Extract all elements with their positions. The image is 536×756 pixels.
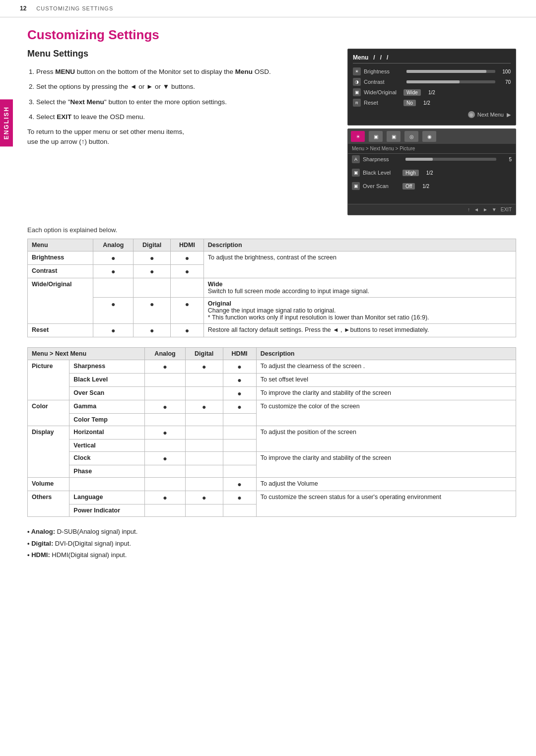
cell-h-analog: ● [145, 426, 185, 440]
cell-p-analog [145, 465, 185, 478]
cell-sharp-analog: ● [145, 360, 185, 374]
cell-v-digital [185, 440, 223, 452]
section-title: Menu Settings [27, 49, 333, 59]
osd-next-menu: ◎ Next Menu ▶ [353, 109, 511, 120]
osd-tab-3: ▣ [387, 131, 401, 142]
cell-others-desc: To customize the screen status for a use… [256, 491, 516, 517]
cell-c-digital [185, 452, 223, 465]
table-row: Wide/Original Wide Switch to full screen… [28, 278, 516, 298]
cell-display-pos-desc: To adjust the position of the screen [256, 426, 516, 452]
cell-p-hdmi [223, 465, 256, 478]
cell-gamma-analog: ● [145, 400, 185, 414]
table-row: Reset ● ● ● Restore all factory default … [28, 324, 516, 337]
cell-original-desc: Original Change the input image signal r… [203, 298, 516, 324]
osd-container: Menu / / / ☀ Brightness 100 ◑ Contrast [347, 49, 516, 215]
table-row: Black Level ● To set offset level [28, 374, 516, 387]
cell-contrast: Contrast [28, 265, 93, 278]
cell-contrast-analog: ● [93, 265, 134, 278]
cell-reset-digital: ● [134, 324, 171, 337]
table-row: Others Language ● ● ● To customize the s… [28, 491, 516, 504]
cell-pi-analog [145, 504, 185, 517]
cell-others: Others [28, 491, 69, 517]
osd-tab-4: ◎ [404, 131, 418, 142]
brightness-icon: ☀ [353, 67, 361, 75]
cell-color: Color [28, 400, 69, 426]
cell-ct-hdmi [223, 414, 256, 426]
main-content: Customizing Settings Menu Settings Press… [0, 17, 536, 577]
cell-os-analog [145, 387, 185, 400]
cell-lang-digital: ● [185, 491, 223, 504]
cell-contrast-digital: ● [134, 265, 171, 278]
main-menu-table: Menu Analog Digital HDMI Description Bri… [27, 239, 516, 337]
cell-wo-analog1 [93, 278, 134, 298]
osd-row-contrast: ◑ Contrast 70 [353, 78, 511, 86]
cell-wo-hdmi1 [171, 278, 204, 298]
black-level-icon: ▣ [352, 169, 360, 177]
osd-tabs: ☀ ▣ ▣ ◎ ◉ [348, 129, 516, 144]
cell-vol-desc: To adjust the Volume [256, 478, 516, 491]
sub-instruction: To return to the upper menu or set other… [27, 127, 333, 147]
cell-sharpness: Sharpness [69, 360, 145, 374]
cell-pi-digital [185, 504, 223, 517]
cell-c-analog: ● [145, 452, 185, 465]
cell-bl-digital [185, 374, 223, 387]
brightness-bar [406, 70, 495, 73]
page-header-title: CUSTOMIZING SETTINGS [36, 5, 113, 11]
cell-horizontal: Horizontal [69, 426, 145, 440]
sidebar-english-label: ENGLISH [0, 99, 13, 146]
cell-pi-hdmi [223, 504, 256, 517]
cell-wo-analog2: ● [93, 298, 134, 324]
contrast-bar [406, 80, 495, 83]
reset-icon: R [353, 99, 361, 107]
sharpness-bar [405, 158, 496, 161]
each-option-text: Each option is explained below. [27, 226, 516, 234]
page-number: 12 [20, 5, 26, 12]
cell-black-level: Black Level [69, 374, 145, 387]
steps-list: Press MENU button on the bottom of the M… [27, 67, 333, 122]
cell-os-hdmi: ● [223, 387, 256, 400]
osd-tab-2: ▣ [369, 131, 383, 142]
instructions-block: Menu Settings Press MENU button on the b… [27, 49, 333, 215]
cell-wide-desc: Wide Switch to full screen mode accordin… [203, 278, 516, 298]
cell-reset: Reset [28, 324, 93, 337]
contrast-icon: ◑ [353, 78, 361, 86]
osd-main-menu: Menu / / / ☀ Brightness 100 ◑ Contrast [347, 49, 516, 126]
col-hdmi: HDMI [171, 239, 204, 252]
cell-brightness-analog: ● [93, 252, 134, 265]
cell-sharp-digital: ● [185, 360, 223, 374]
osd-tab-picture: ☀ [351, 131, 365, 142]
cell-bl-desc: To set offset level [256, 374, 516, 387]
step-1: Press MENU button on the bottom of the M… [36, 67, 333, 77]
col-description: Description [203, 239, 516, 252]
osd-row-wide: ▣ Wide/Original Wide 1/2 [353, 88, 511, 96]
table-row: ● ● ● Original Change the input image si… [28, 298, 516, 324]
cell-ct-analog [145, 414, 185, 426]
cell-color-desc: To customize the color of the screen [256, 400, 516, 426]
step-3: Select the "Next Menu" button to enter t… [36, 97, 333, 107]
osd-row-sharpness: A Sharpness 5 [348, 154, 516, 165]
page-header: 12 CUSTOMIZING SETTINGS [0, 0, 536, 17]
osd-row-over-scan: ▣ Over Scan Off 1/2 [348, 181, 516, 191]
osd-bottom-nav: ↑ ◄ ► ▼ EXIT [348, 204, 516, 215]
cell-contrast-hdmi: ● [171, 265, 204, 278]
cell-vol-hdmi: ● [223, 478, 256, 491]
osd-tab-5: ◉ [422, 131, 436, 142]
step-4: Select EXIT to leave the OSD menu. [36, 112, 333, 122]
sharpness-icon: A [352, 155, 360, 163]
table-row: Over Scan ● To improve the clarity and s… [28, 387, 516, 400]
note-analog: Analog: D-SUB(Analog signal) input. [27, 527, 516, 537]
cell-display: Display [28, 426, 69, 478]
cell-picture: Picture [28, 360, 69, 400]
note-hdmi: HDMI: HDMI(Digital signal) input. [27, 550, 516, 560]
cell-color-temp: Color Temp [69, 414, 145, 426]
cell-vol-analog [145, 478, 185, 491]
cell-v-analog [145, 440, 185, 452]
cell-vol-digital [185, 478, 223, 491]
cell-wo-digital1 [134, 278, 171, 298]
over-scan-icon: ▣ [352, 182, 360, 190]
cell-sharp-desc: To adjust the clearness of the screen . [256, 360, 516, 374]
osd-row-brightness: ☀ Brightness 100 [353, 67, 511, 75]
col2-description: Description [256, 348, 516, 360]
cell-display-clarity-desc: To improve the clarity and stability of … [256, 452, 516, 478]
next-menu-table: Menu > Next Menu Analog Digital HDMI Des… [27, 347, 516, 517]
